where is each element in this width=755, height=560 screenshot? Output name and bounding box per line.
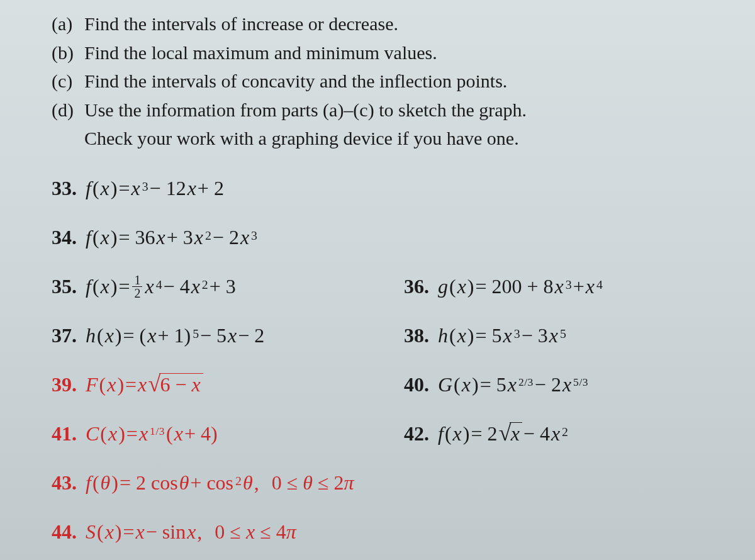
- problem-number: 44.: [52, 520, 77, 544]
- problem-34: 34. f(x) = 36x + 3x2 − 2x3: [52, 226, 744, 249]
- problem-43: 43. f(θ) = 2 cos θ + cos2θ, 0 ≤ θ ≤ 2π: [52, 471, 744, 495]
- problem-number: 36.: [404, 275, 429, 298]
- problem-38: 38. h(x) = 5x3 − 3x5: [404, 324, 744, 347]
- problem-number: 41.: [52, 422, 77, 445]
- problem-39: 39. F(x) = x √6 − x: [52, 373, 404, 396]
- problem-expression: f(θ) = 2 cos θ + cos2θ, 0 ≤ θ ≤ 2π: [86, 471, 354, 495]
- instruction-text: Find the intervals of concavity and the …: [84, 67, 507, 95]
- instruction-letter: (c): [52, 67, 77, 95]
- problem-number: 34.: [52, 226, 77, 249]
- problem-37: 37. h(x) = (x + 1)5 − 5x − 2: [52, 324, 404, 347]
- fraction-one-half: 12: [132, 274, 142, 300]
- problem-35: 35. f(x) = 12 x4 − 4x2 + 3: [52, 274, 404, 300]
- problem-41: 41. C(x) = x1/3 (x + 4): [52, 422, 404, 445]
- problem-range-label: 33–44: [52, 0, 744, 9]
- problem-number: 39.: [52, 373, 77, 396]
- problem-expression: h(x) = 5x3 − 3x5: [438, 324, 566, 347]
- problem-expression: g(x) = 200 + 8x3 + x4: [438, 275, 603, 298]
- problem-number: 33.: [52, 177, 77, 200]
- domain-constraint: 0 ≤ x ≤ 4π: [215, 520, 296, 544]
- instruction-b: (b) Find the local maximum and minimum v…: [52, 39, 744, 67]
- problem-expression: C(x) = x1/3 (x + 4): [86, 422, 218, 445]
- problem-44: 44. S(x) = x − sin x, 0 ≤ x ≤ 4π: [52, 520, 744, 544]
- instruction-d: (d) Use the information from parts (a)–(…: [52, 96, 744, 124]
- problem-42: 42. f(x) = 2 √x − 4x2: [404, 422, 744, 445]
- problem-expression: f(x) = x3 − 12x + 2: [86, 177, 224, 200]
- domain-constraint: 0 ≤ θ ≤ 2π: [272, 471, 354, 495]
- problems-list: 33. f(x) = x3 − 12x + 2 34. f(x) = 36x +…: [52, 170, 744, 551]
- sqrt-icon: √6 − x: [148, 373, 203, 396]
- instruction-text: Find the intervals of increase or decrea…: [84, 10, 398, 38]
- instruction-text: Use the information from parts (a)–(c) t…: [84, 96, 527, 124]
- instructions-block: (a) Find the intervals of increase or de…: [52, 10, 744, 152]
- problem-expression: G(x) = 5x2/3 − 2x5/3: [438, 373, 588, 396]
- problem-expression: f(x) = 12 x4 − 4x2 + 3: [86, 274, 236, 300]
- problem-40: 40. G(x) = 5x2/3 − 2x5/3: [404, 373, 744, 396]
- instruction-letter: (a): [52, 10, 77, 38]
- instruction-text: Find the local maximum and minimum value…: [84, 39, 437, 67]
- instruction-a: (a) Find the intervals of increase or de…: [52, 10, 744, 38]
- problem-expression: h(x) = (x + 1)5 − 5x − 2: [86, 324, 264, 347]
- textbook-page: 33–44 (a) Find the intervals of increase…: [0, 0, 744, 551]
- problem-expression: S(x) = x − sin x, 0 ≤ x ≤ 4π: [86, 520, 296, 544]
- problem-36: 36. g(x) = 200 + 8x3 + x4: [404, 275, 744, 298]
- problem-number: 35.: [52, 275, 77, 298]
- problem-number: 40.: [404, 373, 429, 396]
- problem-expression: f(x) = 36x + 3x2 − 2x3: [86, 226, 257, 249]
- instruction-c: (c) Find the intervals of concavity and …: [52, 67, 744, 95]
- sqrt-icon: √x: [498, 422, 522, 445]
- problem-number: 43.: [52, 471, 77, 495]
- problem-number: 38.: [404, 324, 429, 347]
- problem-expression: F(x) = x √6 − x: [86, 373, 203, 396]
- instruction-letter: (d): [52, 96, 77, 124]
- problem-number: 42.: [404, 422, 429, 445]
- problem-expression: f(x) = 2 √x − 4x2: [438, 422, 568, 445]
- problem-number: 37.: [52, 324, 77, 347]
- instruction-d-continued: Check your work with a graphing device i…: [84, 125, 744, 152]
- problem-33: 33. f(x) = x3 − 12x + 2: [52, 177, 744, 200]
- instruction-letter: (b): [52, 39, 77, 67]
